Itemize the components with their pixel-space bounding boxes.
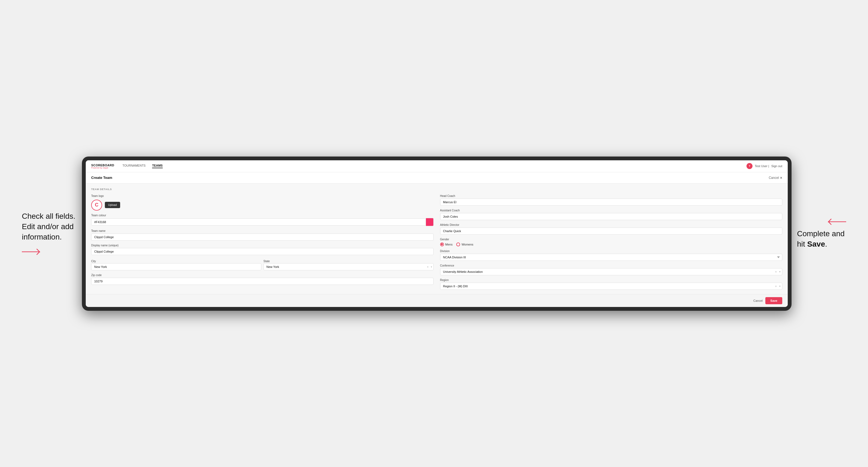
right-arrow-icon — [824, 218, 846, 226]
left-annotation: Check all fields. Edit and/or add inform… — [22, 211, 76, 256]
division-label: Division — [440, 250, 782, 253]
tablet-screen: SCOREBOARD Powered by clippd TOURNAMENTS… — [86, 160, 788, 307]
modal-header: Create Team Cancel × — [86, 172, 788, 184]
state-select-wrapper: New York × ▾ — [264, 263, 434, 270]
team-logo-field: Team logo C Upload — [91, 194, 434, 211]
assistant-coach-label: Assistant Coach — [440, 209, 782, 212]
conference-select[interactable]: University Athletic Association — [440, 268, 782, 275]
sign-out-link[interactable]: Sign out — [771, 164, 782, 168]
display-name-field: Display name (unique) — [91, 244, 434, 255]
team-colour-input[interactable] — [91, 218, 426, 225]
conference-label: Conference — [440, 264, 782, 267]
colour-row — [91, 218, 434, 226]
city-state-field: City State New York × — [91, 258, 434, 270]
user-name: Test User | — [755, 164, 769, 168]
modal-cancel-button[interactable]: Cancel × — [769, 176, 782, 180]
footer-save-button[interactable]: Save — [765, 297, 782, 304]
form-right-column: Head Coach Assistant Coach Athletic Dire… — [440, 194, 782, 290]
right-annotation-line2: hit — [797, 240, 805, 248]
mens-label: Mens — [445, 243, 453, 246]
zip-label: Zip code — [91, 274, 434, 277]
colour-swatch[interactable] — [426, 218, 434, 226]
city-state-row: City State New York × — [91, 258, 434, 270]
mens-radio-dot[interactable] — [440, 243, 444, 246]
modal-body: TEAM DETAILS Team logo C Upload — [86, 184, 788, 294]
team-name-input[interactable] — [91, 234, 434, 241]
gender-radio-group: Mens Womens — [440, 243, 782, 246]
region-clear-icon[interactable]: × — [775, 285, 777, 288]
region-label: Region — [440, 279, 782, 282]
right-annotation-line1: Complete and — [797, 229, 844, 238]
nav-teams[interactable]: TEAMS — [152, 164, 163, 168]
right-annotation: Complete and hit Save. — [797, 218, 846, 249]
state-dropdown-icon[interactable]: ▾ — [431, 266, 432, 268]
division-select[interactable]: NCAA Division III — [440, 254, 782, 261]
athletic-director-input[interactable] — [440, 227, 782, 235]
footer-cancel-button[interactable]: Cancel — [753, 299, 763, 302]
modal-footer: Cancel Save — [86, 294, 788, 307]
gender-mens-option[interactable]: Mens — [440, 243, 453, 246]
nav-tournaments[interactable]: TOURNAMENTS — [122, 164, 146, 168]
logo-area: C Upload — [91, 199, 434, 211]
logo-title: SCOREBOARD — [91, 164, 114, 167]
womens-radio-dot[interactable] — [456, 243, 460, 246]
form-grid: Team logo C Upload Team colour — [91, 194, 782, 290]
state-select[interactable]: New York — [264, 263, 434, 270]
conference-clear-icon[interactable]: × — [775, 270, 777, 273]
region-select[interactable]: Region II - (M) DIII — [440, 283, 782, 290]
gender-womens-option[interactable]: Womens — [456, 243, 473, 246]
form-left-column: Team logo C Upload Team colour — [91, 194, 434, 290]
left-arrow-icon — [22, 248, 44, 256]
city-label: City — [91, 260, 96, 263]
right-annotation-save-word: Save — [807, 240, 825, 248]
display-name-input[interactable] — [91, 248, 434, 255]
display-name-label: Display name (unique) — [91, 244, 434, 247]
tablet-device: SCOREBOARD Powered by clippd TOURNAMENTS… — [82, 156, 792, 311]
head-coach-label: Head Coach — [440, 194, 782, 197]
athletic-director-field: Athletic Director — [440, 223, 782, 235]
section-title: TEAM DETAILS — [91, 188, 782, 191]
cancel-label: Cancel — [769, 176, 779, 180]
team-colour-label: Team colour — [91, 214, 434, 217]
team-name-field: Team name — [91, 229, 434, 241]
womens-label: Womens — [461, 243, 473, 246]
region-dropdown-icon[interactable]: ▾ — [779, 285, 781, 287]
city-group: City — [91, 258, 261, 270]
team-colour-field: Team colour — [91, 214, 434, 226]
team-logo-label: Team logo — [91, 194, 434, 197]
modal-title: Create Team — [91, 176, 112, 180]
head-coach-input[interactable] — [440, 198, 782, 206]
team-logo-circle: C — [91, 199, 102, 211]
zip-input[interactable] — [91, 278, 434, 285]
gender-label: Gender — [440, 238, 782, 241]
athletic-director-label: Athletic Director — [440, 223, 782, 226]
user-avatar: T — [746, 163, 752, 169]
state-clear-icon[interactable]: × — [427, 265, 429, 268]
head-coach-field: Head Coach — [440, 194, 782, 206]
region-field: Region Region II - (M) DIII × ▾ — [440, 279, 782, 290]
close-icon: × — [780, 176, 782, 180]
conference-select-wrapper: University Athletic Association × ▾ — [440, 268, 782, 275]
app-logo: SCOREBOARD Powered by clippd — [91, 164, 114, 169]
left-annotation-line2: Edit and/or add — [22, 222, 74, 231]
nav-right: T Test User | Sign out — [746, 163, 782, 169]
conference-field: Conference University Athletic Associati… — [440, 264, 782, 275]
left-annotation-line1: Check all fields. — [22, 212, 75, 220]
region-select-wrapper: Region II - (M) DIII × ▾ — [440, 283, 782, 290]
state-label: State — [264, 260, 270, 263]
assistant-coach-input[interactable] — [440, 213, 782, 220]
division-select-wrapper: NCAA Division III — [440, 254, 782, 261]
conference-dropdown-icon[interactable]: ▾ — [779, 270, 781, 273]
left-annotation-line3: information. — [22, 233, 62, 241]
team-name-label: Team name — [91, 229, 434, 232]
upload-button[interactable]: Upload — [105, 202, 120, 208]
logo-subtitle: Powered by clippd — [91, 167, 114, 169]
assistant-coach-field: Assistant Coach — [440, 209, 782, 220]
nav-links: TOURNAMENTS TEAMS — [122, 164, 746, 168]
division-field: Division NCAA Division III — [440, 250, 782, 261]
city-input[interactable] — [91, 263, 261, 270]
right-annotation-period: . — [825, 240, 827, 248]
state-group: State New York × ▾ — [264, 258, 434, 270]
gender-field: Gender Mens Womens — [440, 238, 782, 246]
nav-bar: SCOREBOARD Powered by clippd TOURNAMENTS… — [86, 160, 788, 172]
